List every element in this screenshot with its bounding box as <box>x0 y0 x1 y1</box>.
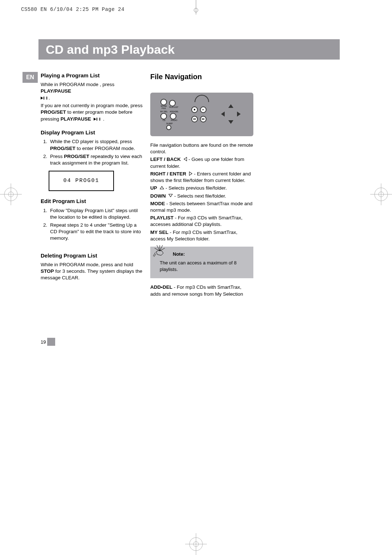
heading-file-navigation: File Navigation <box>150 72 253 82</box>
filenav-intro: File navigation buttons are found on the… <box>150 142 253 155</box>
remote-next-button: ⏭ <box>200 116 207 122</box>
heading-deleting-program-list: Deleting Program List <box>41 252 144 259</box>
filenav-mysel: MY SEL - For mp3 CDs with SmartTrax, acc… <box>150 229 253 242</box>
chapter-title-bar: CD and mp3 Playback <box>38 39 340 60</box>
dpad-right-icon <box>235 110 242 118</box>
crop-mark-bottom <box>185 533 207 555</box>
remote-sleep-button <box>166 125 171 130</box>
heading-edit-program-list: Edit Program List <box>41 198 144 205</box>
remote-control-diagram: MODE FILE PLAYLIST MY SEL CD ADD•DEL RA <box>150 93 253 136</box>
deleting-paragraph: While in PROGRAM mode, press and hold ST… <box>41 262 144 281</box>
language-tab: EN <box>23 72 38 83</box>
up-triangle-icon <box>160 186 164 190</box>
filenav-adddel: ADD•DEL - For mp3 CDs with SmartTrax, ad… <box>150 284 253 297</box>
chapter-title: CD and mp3 Playback <box>46 42 175 57</box>
note-body: The unit can access a maximum of 8 playl… <box>160 260 248 274</box>
filenav-left-back: LEFT / BACK - Goes up one folder from cu… <box>150 156 253 169</box>
list-item: Repeat steps 2 to 4 under "Setting Up a … <box>49 222 144 242</box>
dpad-left-icon <box>219 110 226 118</box>
filenav-up: UP - Selects previous file/folder. <box>150 185 253 191</box>
list-item: Follow "Display Program List" steps unti… <box>49 207 144 220</box>
remote-mysel-button <box>160 113 167 119</box>
remote-dpad <box>219 102 243 126</box>
playing-paragraph-1: While in PROGRAM mode , press PLAY/PAUSE… <box>41 81 144 101</box>
display-steps-list: While the CD player is stopped, press PR… <box>49 138 144 166</box>
heading-playing-program-list: Playing a Program List <box>41 72 144 79</box>
down-triangle-icon <box>168 194 173 198</box>
note-box: Note: The unit can access a maximum of 8… <box>150 247 253 278</box>
pdf-header-meta: CS580 EN 6/10/04 2:25 PM Page 24 <box>21 7 124 12</box>
crop-mark-left <box>0 183 22 205</box>
remote-prev-button: ⏮ <box>191 116 198 122</box>
edit-steps-list: Follow "Display Program List" steps unti… <box>49 207 144 242</box>
page-number-block <box>47 338 55 346</box>
note-hand-icon <box>152 244 167 257</box>
filenav-mode: MODE - Selects between SmartTrax mode an… <box>150 200 253 214</box>
lcd-display-example: 04 PROG01 <box>49 171 114 191</box>
dpad-up-icon <box>227 102 234 110</box>
right-column: File Navigation MODE FILE PLAYLIST MY SE… <box>150 72 253 299</box>
filenav-down: DOWN - Selects next file/folder. <box>150 193 253 199</box>
left-triangle-icon <box>184 157 187 161</box>
list-item: While the CD player is stopped, press PR… <box>49 138 144 151</box>
crop-mark-right <box>370 183 392 205</box>
remote-playpause-button: ▸ <box>200 106 207 113</box>
right-triangle-icon <box>189 172 193 175</box>
remote-stop-button: ■ <box>191 106 198 113</box>
playing-paragraph-2: If you are not currently in program mode… <box>41 102 144 122</box>
note-label: Note: <box>173 251 248 258</box>
list-item: Press PROG/SET repeatedly to view each t… <box>49 153 144 166</box>
left-column: Playing a Program List While in PROGRAM … <box>41 72 144 283</box>
crop-mark-top <box>191 0 201 15</box>
remote-mode-button <box>160 99 167 105</box>
play-pause-icon <box>94 116 100 122</box>
remote-playlist-button <box>169 100 176 106</box>
remote-adddel-button <box>170 113 176 119</box>
dpad-down-icon <box>227 118 234 126</box>
filenav-right-enter: RIGHT / ENTER - Enters current folder an… <box>150 171 253 184</box>
page-number: 19 <box>41 338 55 346</box>
remote-arc-decor <box>195 95 209 102</box>
play-pause-icon <box>41 95 47 101</box>
filenav-playlist: PLAYLIST - For mp3 CDs with SmartTrax, a… <box>150 215 253 228</box>
heading-display-program-list: Display Program List <box>41 129 144 136</box>
